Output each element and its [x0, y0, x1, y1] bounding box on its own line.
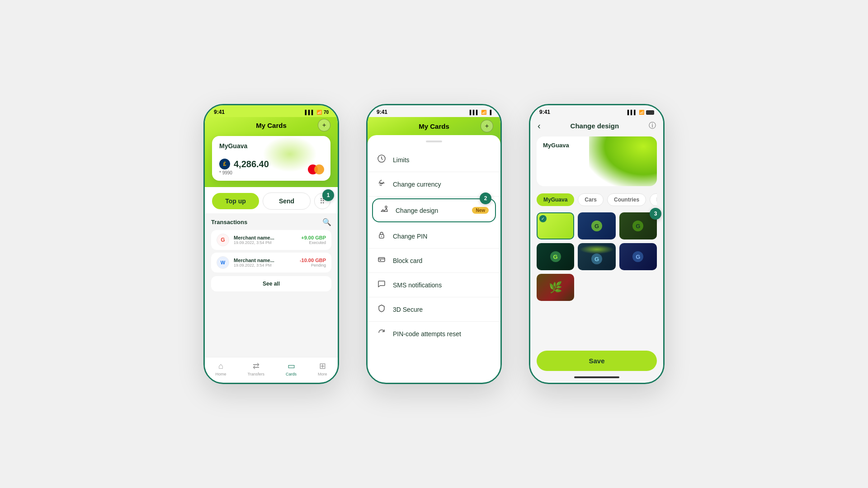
transactions-section: Transactions 🔍 G Merchant name... 19.09.…	[205, 213, 338, 357]
phone2-title: My Cards	[387, 122, 481, 130]
menu-pin-reset[interactable]: PIN-code attempts reset	[368, 322, 500, 346]
phone2-body: My Cards ＋ Limits Change currency	[368, 117, 500, 382]
currency-symbol: £	[223, 161, 226, 167]
battery-2: ▐	[488, 110, 491, 115]
home-icon: ⌂	[218, 361, 223, 371]
design-thumb-6[interactable]: G	[619, 243, 657, 270]
tab-flora[interactable]: Flora &	[650, 193, 657, 206]
menu-sms[interactable]: SMS notifications	[368, 273, 500, 297]
menu-pin-text: Change PIN	[393, 233, 491, 240]
topup-button[interactable]: Top up	[212, 193, 259, 209]
status-time-3: 9:41	[539, 109, 550, 115]
selected-checkmark: ✓	[539, 215, 547, 222]
status-icons-1: ▌▌▌ 📶 70	[305, 110, 329, 115]
design-g-logo-2: G	[591, 221, 602, 231]
menu-sms-text: SMS notifications	[393, 282, 491, 289]
status-icons-3: ▌▌▌ 📶	[627, 110, 654, 115]
status-icons-2: ▌▌▌ 📶 ▐	[470, 110, 491, 115]
transaction-item[interactable]: W Merchant name... 19.09.2022, 3:54 PM -…	[211, 253, 331, 272]
menu-change-design[interactable]: Change design New	[372, 198, 496, 222]
menu-block-card[interactable]: Block card	[368, 249, 500, 273]
wifi-icon-1: 📶	[316, 110, 322, 115]
design-thumb-2[interactable]: G	[578, 212, 615, 239]
more-button-wrap: ⠿ 1	[314, 193, 330, 209]
see-all-button[interactable]: See all	[211, 276, 331, 291]
txn-amount-col-1: +9.00 GBP Executed	[301, 235, 326, 245]
nav-cards[interactable]: ▭ Cards	[286, 361, 297, 376]
transaction-item[interactable]: G Merchant name... 19.09.2022, 3:54 PM +…	[211, 230, 331, 250]
add-card-button[interactable]: ＋	[318, 119, 330, 131]
design-g-logo-6: G	[632, 251, 643, 262]
action-row: Top up Send ⠿ 1	[205, 187, 338, 213]
txn-date-1: 19.09.2022, 3:54 PM	[234, 240, 297, 245]
phone1-header-row: My Cards ＋	[212, 119, 330, 131]
txn-name-1: Merchant name...	[234, 235, 297, 240]
step-badge-3: 3	[650, 208, 661, 220]
send-button[interactable]: Send	[263, 192, 311, 210]
menu-reset-text: PIN-code attempts reset	[393, 330, 491, 338]
home-indicator	[574, 376, 619, 378]
phone1-gradient-area: My Cards ＋ MyGuava £ 4,286.40 * 9990	[205, 117, 338, 187]
menu-limits-text: Limits	[393, 156, 491, 164]
transactions-header: Transactions 🔍	[211, 218, 331, 226]
step-badge-2: 2	[480, 192, 491, 204]
design-card-preview: MyGuava	[537, 136, 657, 186]
wifi-icon-2: 📶	[481, 110, 486, 115]
phone2-add-btn[interactable]: ＋	[481, 120, 493, 132]
nav-more[interactable]: ⊞ More	[318, 361, 327, 376]
nav-cards-label: Cards	[286, 372, 297, 376]
menu-block-text: Block card	[393, 257, 491, 264]
design-thumb-1[interactable]: ✓	[537, 212, 574, 239]
cards-icon: ▭	[288, 361, 295, 371]
phone2-menu-area: Limits Change currency Change design New	[368, 135, 500, 382]
menu-currency-text: Change currency	[393, 181, 491, 188]
signal-icon-1: ▌▌▌	[305, 110, 315, 115]
design-camo-icon: 🌿	[549, 281, 562, 294]
design-thumb-4[interactable]: G	[537, 243, 574, 270]
back-button[interactable]: ‹	[538, 121, 541, 131]
menu-change-currency[interactable]: Change currency	[368, 172, 500, 197]
phone3-body: ‹ Change design ⓘ MyGuava MyGuava Cars C…	[530, 117, 663, 382]
menu-limits[interactable]: Limits	[368, 148, 500, 172]
nav-home[interactable]: ⌂ Home	[215, 361, 226, 376]
phone-1: 9:41 ▌▌▌ 📶 70 My Cards ＋ MyGuava £	[203, 104, 339, 384]
signal-icon-3: ▌▌▌	[627, 110, 637, 115]
wifi-icon-3: 📶	[639, 110, 644, 115]
nav-more-label: More	[318, 372, 327, 376]
design-g-logo-5: G	[591, 253, 602, 264]
phone1-body: My Cards ＋ MyGuava £ 4,286.40 * 9990	[205, 117, 338, 382]
tab-cars[interactable]: Cars	[578, 193, 604, 206]
menu-change-pin[interactable]: Change PIN	[368, 224, 500, 249]
status-bar-1: 9:41 ▌▌▌ 📶 70	[205, 105, 338, 117]
tab-countries[interactable]: Countries	[607, 193, 646, 206]
design-card-brand: MyGuava	[543, 142, 569, 149]
svg-rect-4	[378, 258, 385, 262]
menu-3dsecure[interactable]: 3D Secure	[368, 297, 500, 322]
txn-amount-2: -10.00 GBP	[300, 258, 326, 263]
sheet-indicator	[426, 141, 442, 142]
transfers-icon: ⇄	[253, 361, 259, 371]
phone3-content: MyGuava MyGuava Cars Countries Flora & ✓…	[530, 136, 663, 345]
status-bar-3: 9:41 ▌▌▌ 📶	[530, 105, 663, 117]
phone-3: 9:41 ▌▌▌ 📶 ‹ Change design ⓘ MyGuava MyG…	[529, 104, 665, 384]
info-button[interactable]: ⓘ	[649, 121, 656, 131]
design-thumb-7[interactable]: 🌿	[537, 274, 574, 301]
tab-myguava[interactable]: MyGuava	[537, 193, 574, 206]
design-thumb-5[interactable]: G	[578, 243, 615, 270]
signal-icon-2: ▌▌▌	[470, 110, 479, 115]
phone2-header-row: My Cards ＋	[368, 117, 500, 132]
3dsecure-icon	[377, 304, 387, 315]
nav-transfers[interactable]: ⇄ Transfers	[247, 361, 264, 376]
save-area: Save	[530, 345, 663, 382]
txn-amount-col-2: -10.00 GBP Pending	[300, 258, 326, 267]
search-icon[interactable]: 🔍	[322, 218, 331, 226]
save-button[interactable]: Save	[537, 351, 657, 371]
design-tabs: MyGuava Cars Countries Flora &	[537, 193, 657, 206]
txn-status-1: Executed	[301, 240, 326, 245]
menu-design-wrapper: Change design New 2	[372, 198, 496, 222]
currency-icon	[377, 178, 387, 190]
design-icon	[379, 205, 389, 216]
mc-orange-circle	[314, 164, 324, 174]
phone1-title: My Cards	[225, 122, 318, 129]
currency-circle: £	[219, 159, 230, 169]
